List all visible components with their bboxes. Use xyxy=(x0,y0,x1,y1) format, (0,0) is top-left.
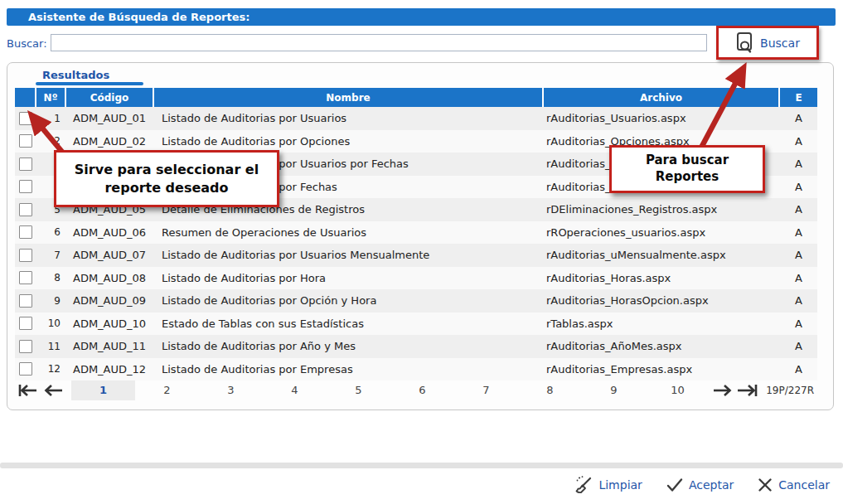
row-checkbox[interactable] xyxy=(19,134,32,148)
close-icon xyxy=(757,477,773,493)
results-table: Nº Código Nombre Archivo E 1 ADM_AUD_01 … xyxy=(15,88,817,380)
row-archivo: rAuditorias_uMensualmente.aspx xyxy=(544,249,780,261)
last-page-icon xyxy=(737,383,758,398)
header-archivo: Archivo xyxy=(544,88,780,107)
row-estado: A xyxy=(780,203,817,216)
prev-page-button[interactable] xyxy=(41,383,66,398)
limpiar-button[interactable]: Limpiar xyxy=(574,475,642,495)
page-number-10[interactable]: 10 xyxy=(646,380,710,400)
row-estado: A xyxy=(780,249,817,261)
row-select-cell xyxy=(15,271,36,284)
row-estado: A xyxy=(780,363,817,376)
header-codigo: Código xyxy=(66,88,154,107)
row-estado: A xyxy=(780,135,817,148)
row-checkbox[interactable] xyxy=(19,271,32,284)
row-codigo: ADM_AUD_01 xyxy=(66,112,154,124)
results-panel: Resultados Nº Código Nombre Archivo E 1 … xyxy=(7,62,834,410)
first-page-button[interactable] xyxy=(15,383,41,398)
select-callout-line2: reporte deseado xyxy=(104,179,228,196)
row-nombre: Listado de Auditorias por Usuarios xyxy=(154,112,544,124)
row-nombre: Listado de Auditorias por Año y Mes xyxy=(154,340,544,352)
row-checkbox[interactable] xyxy=(19,180,32,193)
header-nombre: Nombre xyxy=(154,88,544,107)
row-number: 12 xyxy=(36,363,66,375)
row-number: 8 xyxy=(36,272,66,284)
header-numero: Nº xyxy=(36,88,66,107)
search-button[interactable]: Buscar xyxy=(735,32,800,54)
row-number: 1 xyxy=(36,113,66,124)
row-select-cell xyxy=(15,294,36,308)
pagination-bar: 12345678910 19P/227R xyxy=(15,380,817,400)
row-number: 11 xyxy=(36,341,66,352)
tab-active-indicator xyxy=(36,82,143,85)
first-page-icon xyxy=(17,383,39,398)
row-estado: A xyxy=(780,294,817,307)
page-number-4[interactable]: 4 xyxy=(263,380,327,400)
row-select-cell xyxy=(15,362,36,376)
row-select-cell xyxy=(15,340,36,353)
tab-resultados[interactable]: Resultados xyxy=(42,69,109,81)
footer-actions: Limpiar Aceptar Cancelar xyxy=(574,475,830,495)
table-row[interactable]: 12 ADM_AUD_12 Listado de Auditorias por … xyxy=(15,358,817,381)
row-checkbox[interactable] xyxy=(19,249,32,262)
row-checkbox[interactable] xyxy=(19,203,32,216)
row-estado: A xyxy=(780,340,817,352)
table-row[interactable]: 11 ADM_AUD_11 Listado de Auditorias por … xyxy=(15,335,817,358)
row-checkbox[interactable] xyxy=(19,112,32,125)
row-number: 9 xyxy=(36,295,66,307)
row-estado: A xyxy=(780,112,817,124)
row-archivo: rTablas.aspx xyxy=(544,317,780,330)
footer-separator xyxy=(0,463,843,468)
check-icon xyxy=(666,477,684,493)
table-header: Nº Código Nombre Archivo E xyxy=(15,88,817,107)
search-button-label: Buscar xyxy=(760,36,800,50)
row-checkbox[interactable] xyxy=(19,225,32,239)
page-number-3[interactable]: 3 xyxy=(199,380,263,400)
page-number-9[interactable]: 9 xyxy=(582,380,646,400)
row-select-cell xyxy=(15,180,36,193)
page-number-7[interactable]: 7 xyxy=(454,380,518,400)
row-checkbox[interactable] xyxy=(19,340,32,353)
row-number: 10 xyxy=(36,317,66,329)
row-codigo: ADM_AUD_10 xyxy=(66,317,154,330)
page-number-list: 12345678910 xyxy=(71,380,710,400)
row-nombre: Listado de Auditorias por Opción y Hora xyxy=(154,294,544,307)
row-nombre: Listado de Auditorias por Hora xyxy=(154,272,544,284)
row-codigo: ADM_AUD_11 xyxy=(66,340,154,352)
page-number-8[interactable]: 8 xyxy=(518,380,582,400)
search-report-icon xyxy=(735,32,754,54)
select-callout: Sirve para seleccionar el reporte desead… xyxy=(54,150,279,207)
row-estado: A xyxy=(780,181,817,193)
row-checkbox[interactable] xyxy=(19,317,32,330)
table-row[interactable]: 10 ADM_AUD_10 Estado de Tablas con sus E… xyxy=(15,313,817,336)
page-number-2[interactable]: 2 xyxy=(135,380,199,400)
row-checkbox[interactable] xyxy=(19,294,32,308)
last-page-button[interactable] xyxy=(734,383,761,398)
table-row[interactable]: 1 ADM_AUD_01 Listado de Auditorias por U… xyxy=(15,107,817,130)
row-estado: A xyxy=(780,158,817,170)
cancelar-label: Cancelar xyxy=(778,478,830,492)
row-codigo: ADM_AUD_12 xyxy=(66,363,154,376)
row-codigo: ADM_AUD_09 xyxy=(66,294,154,307)
row-checkbox[interactable] xyxy=(19,362,32,376)
row-archivo: rAuditorias_HorasOpcion.aspx xyxy=(544,294,780,307)
row-number: 7 xyxy=(36,250,66,261)
search-input[interactable] xyxy=(51,34,707,51)
aceptar-button[interactable]: Aceptar xyxy=(666,477,734,493)
row-archivo: rAuditorias_Usuarios.aspx xyxy=(544,112,780,124)
row-checkbox[interactable] xyxy=(19,158,32,171)
broom-icon xyxy=(574,475,593,495)
page-number-5[interactable]: 5 xyxy=(327,380,390,400)
row-number: 6 xyxy=(36,226,66,238)
table-row[interactable]: 8 ADM_AUD_08 Listado de Auditorias por H… xyxy=(15,267,817,290)
row-codigo: ADM_AUD_02 xyxy=(66,135,154,148)
table-row[interactable]: 9 ADM_AUD_09 Listado de Auditorias por O… xyxy=(15,289,817,313)
table-row[interactable]: 6 ADM_AUD_06 Resumen de Operaciones de U… xyxy=(15,221,817,245)
table-row[interactable]: 7 ADM_AUD_07 Listado de Auditorias por U… xyxy=(15,244,817,267)
row-archivo: rAuditorias_Empresas.aspx xyxy=(544,363,780,376)
cancelar-button[interactable]: Cancelar xyxy=(757,477,830,493)
next-page-icon xyxy=(712,383,732,398)
next-page-button[interactable] xyxy=(710,383,734,398)
page-number-6[interactable]: 6 xyxy=(390,380,454,400)
page-number-1[interactable]: 1 xyxy=(71,380,135,400)
